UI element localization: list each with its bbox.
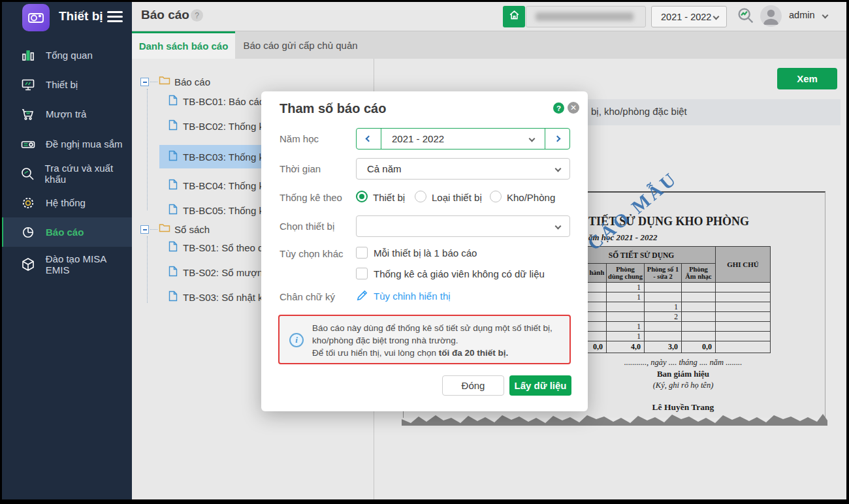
file-icon [168,291,178,304]
school-year-stepper: 2021 - 2022 [356,128,570,150]
username-label[interactable]: admin [789,10,815,20]
year-select[interactable]: 2021 - 2022 [381,129,545,149]
table-row: 1 [568,322,771,332]
sidebar-item-label: Tổng quan [46,50,93,61]
page-help-icon[interactable]: ? [191,9,203,22]
sidebar-header: Thiết bị [0,0,132,37]
checkbox-label[interactable]: Thống kê cả giáo viên không có dữ liệu [374,268,545,279]
radio-kho-phong[interactable] [490,191,502,202]
radio-label[interactable]: Thiết bị [373,192,405,203]
table-col-header: Phòng Âm nhạc [682,264,716,283]
folder-icon [159,223,170,236]
modal-help-icon[interactable]: ? [553,102,564,114]
device-select[interactable] [356,215,570,237]
field-label-chan-chu-ky: Chân chữ ký [280,291,335,302]
field-label-tuy-chon-khac: Tùy chọn khác [280,248,344,259]
pencil-icon[interactable] [356,289,368,304]
field-label-chon-thiet-bi: Chọn thiết bị [280,221,334,232]
sidebar-item-muon-tra[interactable]: Mượn trả [0,99,132,129]
school-name-field[interactable] [526,6,646,27]
close-icon[interactable]: ✕ [568,102,579,114]
school-year-select[interactable]: 2021 - 2022 [651,6,727,27]
time-select[interactable]: Cả năm [356,158,570,180]
sidebar-item-tong-quan[interactable]: Tổng quan [0,40,132,70]
monitor-icon [20,77,37,93]
table-total-row: 0,04,03,00,0 [568,341,771,353]
app-logo-icon [22,4,50,31]
blurred-school-name [536,12,633,21]
radio-label[interactable]: Kho/Phòng [507,192,555,203]
screen-edge-bottom [0,499,849,504]
tab-bao-cao-gui-cap-chu-quan[interactable]: Báo cáo gửi cấp chủ quản [235,31,366,59]
avatar[interactable] [760,5,782,27]
tree-folder-label: Báo cáo [174,76,210,87]
customize-signature-link[interactable]: Tùy chỉnh hiển thị [374,291,451,302]
chevron-down-icon [713,14,720,20]
sidebar-item-de-nghi-mua-sam[interactable]: Đề nghị mua sắm [0,129,132,159]
collapse-icon[interactable] [140,225,149,234]
file-icon [168,204,178,217]
sidebar-item-bao-cao[interactable]: Báo cáo [0,217,132,247]
sidebar-item-label: Hệ thống [46,197,86,208]
info-text: Báo cáo này dùng để thống kê số tiết sử … [312,322,567,359]
sidebar-item-dao-tao[interactable]: Đào tạo MISA EMIS [0,249,132,279]
radio-loai-thiet-bi[interactable] [415,191,426,202]
screen-edge-left [0,0,2,504]
field-label-thong-ke-theo: Thống kê theo [280,192,342,203]
collapse-icon[interactable] [140,78,149,86]
tree-folder-label: Sổ sách [174,224,210,235]
file-icon [168,119,178,133]
modal-title: Tham số báo cáo [280,101,386,116]
cart-icon [20,106,37,122]
chevron-down-icon [555,166,562,172]
prev-year-button[interactable] [357,129,381,149]
chevron-right-icon [554,136,561,142]
home-button[interactable] [503,6,525,27]
signature-date-line: ..........., ngày .... tháng .... năm ..… [582,358,784,368]
sidebar-item-thiet-bi[interactable]: Thiết bị [0,70,132,99]
tree-folder-bao-cao[interactable]: Báo cáo [140,73,210,90]
page-title: Báo cáo [141,8,189,22]
signature-block: ..........., ngày .... tháng .... năm ..… [582,358,784,413]
radio-label[interactable]: Loại thiết bị [432,192,482,203]
tab-strip: Danh sách báo cáo Báo cáo gửi cấp chủ qu… [132,31,849,59]
table-col-header: Phòng dùng chung [607,264,645,283]
sidebar-item-he-thong[interactable]: Hệ thống [0,188,132,217]
checkbox-moi-thiet-bi[interactable] [356,247,368,259]
folder-icon [159,75,170,88]
sidebar: Thiết bị Tổng quan Thiết bị Mượn trả [0,0,132,504]
radio-thiet-bi[interactable] [356,191,368,202]
hamburger-menu-icon[interactable] [107,11,123,25]
tree-connector [147,89,148,210]
file-icon [168,95,178,108]
file-icon [168,179,178,193]
school-year-value: 2021 - 2022 [661,12,711,22]
sidebar-item-tra-cuu[interactable]: Tra cứu và xuất khẩu [0,159,132,188]
bar-chart-icon [20,48,37,63]
projector-icon [20,136,37,152]
sidebar-item-label: Tra cứu và xuất khẩu [45,163,132,185]
sidebar-item-label: Mượn trả [46,108,86,119]
table-note-header: GHI CHÚ [716,247,771,283]
chevron-down-icon[interactable] [822,12,829,19]
get-data-button[interactable]: Lấy dữ liệu [509,375,571,396]
file-icon [168,266,178,279]
sidebar-item-label: Đề nghị mua sắm [46,138,123,150]
tab-danh-sach-bao-cao[interactable]: Danh sách báo cáo [132,31,235,59]
search-trend-icon[interactable] [736,6,756,28]
field-label-thoi-gian: Thời gian [280,163,321,174]
time-value: Cả năm [367,163,402,174]
tree-folder-so-sach[interactable]: Sổ sách [140,221,210,238]
home-icon [508,9,521,24]
table-row: 1 [568,292,771,302]
sidebar-item-label: Báo cáo [46,227,84,238]
checkbox-thong-ke-ca-giao-vien[interactable] [356,268,368,279]
view-report-button[interactable]: Xem [777,68,837,89]
tab-label: Báo cáo gửi cấp chủ quản [243,40,357,51]
report-name-fragment: bị, kho/phòng đặc biệt [591,106,687,117]
next-year-button[interactable] [545,129,569,149]
close-button[interactable]: Đóng [442,375,504,396]
checkbox-label[interactable]: Mỗi thiết bị là 1 báo cáo [374,247,477,259]
torn-paper-edge [402,411,827,430]
table-row: 1 [568,283,771,292]
